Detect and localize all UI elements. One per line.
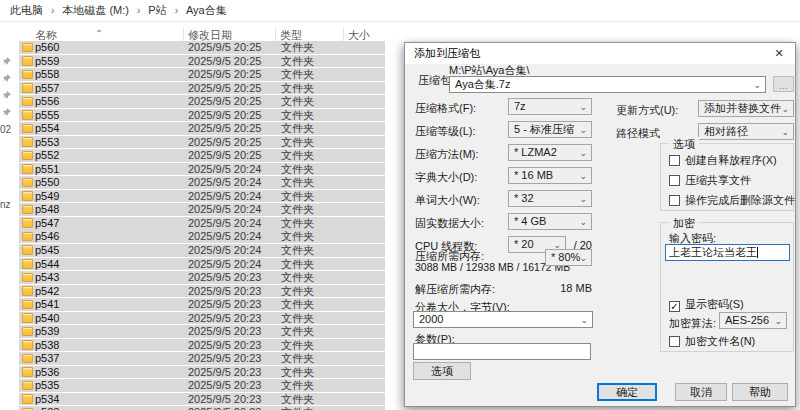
file-name: p548	[35, 203, 59, 215]
table-row[interactable]: p543 2025/9/5 20:23 文件夹	[19, 271, 385, 284]
field-value: * 4 GB	[514, 215, 546, 227]
table-row[interactable]: p545 2025/9/5 20:24 文件夹	[19, 244, 385, 257]
field-dropdown[interactable]: * 32⌄	[508, 190, 592, 207]
file-date: 2025/9/5 20:23	[188, 298, 261, 310]
file-date: 2025/9/5 20:23	[188, 379, 261, 391]
table-row[interactable]: p535 2025/9/5 20:23 文件夹	[19, 379, 385, 392]
table-row[interactable]: p559 2025/9/5 20:25 文件夹	[19, 55, 385, 68]
path-mode-dropdown[interactable]: 相对路径 ⌄	[698, 123, 794, 140]
help-button[interactable]: 帮助	[732, 383, 788, 401]
table-row[interactable]: p557 2025/9/5 20:25 文件夹	[19, 82, 385, 95]
encryption-method-dropdown[interactable]: AES-256 ⌄	[719, 312, 787, 329]
breadcrumb-item[interactable]: P站	[146, 3, 168, 18]
table-row[interactable]: p546 2025/9/5 20:24 文件夹	[19, 230, 385, 243]
table-row[interactable]: p548 2025/9/5 20:24 文件夹	[19, 203, 385, 216]
table-row[interactable]: p560 2025/9/5 20:25 文件夹	[19, 41, 385, 54]
table-row[interactable]: p555 2025/9/5 20:25 文件夹	[19, 109, 385, 122]
chevron-down-icon: ⌄	[781, 125, 789, 140]
file-type: 文件夹	[281, 82, 314, 94]
file-name: p557	[35, 82, 59, 94]
table-row[interactable]: p547 2025/9/5 20:24 文件夹	[19, 217, 385, 230]
table-row[interactable]: p540 2025/9/5 20:23 文件夹	[19, 312, 385, 325]
file-name: p546	[35, 230, 59, 242]
table-row[interactable]: p544 2025/9/5 20:24 文件夹	[19, 258, 385, 271]
folder-icon	[22, 137, 33, 147]
folder-icon	[22, 83, 33, 93]
file-name: p537	[35, 352, 59, 364]
table-row[interactable]: p539 2025/9/5 20:23 文件夹	[19, 325, 385, 338]
folder-icon	[22, 178, 33, 188]
file-type: 文件夹	[281, 352, 314, 364]
table-row[interactable]: p554 2025/9/5 20:25 文件夹	[19, 122, 385, 135]
encryption-method-label: 加密算法:	[669, 316, 716, 331]
archive-name-combo[interactable]: Aya合集.7z ⌄	[449, 76, 766, 93]
cancel-button[interactable]: 取消	[675, 383, 727, 401]
volume-size-value: 2000	[419, 313, 443, 325]
encrypt-filenames-checkbox[interactable]: 加密文件名(N)	[669, 334, 755, 348]
nav-item-fragment[interactable]: nz	[0, 199, 11, 210]
options-button[interactable]: 选项	[413, 362, 471, 380]
field-value: * 16 MB	[514, 169, 553, 181]
table-row[interactable]: p558 2025/9/5 20:25 文件夹	[19, 68, 385, 81]
field-dropdown[interactable]: 7z⌄	[508, 98, 592, 115]
folder-icon	[22, 367, 33, 377]
chevron-down-icon: ⌄	[579, 100, 587, 115]
pin-icon	[1, 107, 12, 118]
file-name: p554	[35, 122, 59, 134]
field-dropdown[interactable]: 5 - 标准压缩⌄	[508, 121, 592, 138]
file-date: 2025/9/5 20:23	[188, 271, 261, 283]
password-input[interactable]: 上老王论坛当老王	[665, 244, 790, 261]
chevron-down-icon: ⌄	[579, 146, 587, 161]
file-name: p534	[35, 393, 59, 405]
chevron-down-icon: ⌄	[579, 192, 587, 207]
delete-after-checkbox[interactable]: 操作完成后删除源文件	[669, 193, 795, 207]
table-row[interactable]: p542 2025/9/5 20:23 文件夹	[19, 285, 385, 298]
browse-button[interactable]: ...	[773, 76, 794, 92]
file-name: p545	[35, 244, 59, 256]
ok-button[interactable]: 确定	[597, 383, 657, 401]
field-dropdown[interactable]: * 4 GB⌄	[508, 213, 592, 230]
file-name: p555	[35, 109, 59, 121]
archive-name-value: Aya合集.7z	[455, 78, 510, 90]
volume-size-combo[interactable]: 2000 ⌄	[413, 311, 593, 328]
parameters-input[interactable]	[413, 343, 591, 360]
file-type: 文件夹	[281, 136, 314, 148]
chevron-down-icon[interactable]: ⌄	[753, 78, 761, 93]
breadcrumb-item[interactable]: 本地磁盘 (M:)	[60, 3, 131, 18]
table-row[interactable]: p551 2025/9/5 20:24 文件夹	[19, 163, 385, 176]
chevron-down-icon: ⌄	[774, 314, 782, 329]
create-sfx-checkbox[interactable]: 创建自释放程序(X)	[669, 153, 777, 167]
field-dropdown[interactable]: * 16 MB⌄	[508, 167, 592, 184]
file-name: p556	[35, 95, 59, 107]
table-row[interactable]: p541 2025/9/5 20:23 文件夹	[19, 298, 385, 311]
field-label: 压缩等级(L):	[415, 124, 476, 139]
path-mode-value: 相对路径	[704, 125, 748, 137]
update-mode-dropdown[interactable]: 添加并替换文件 ⌄	[698, 100, 794, 117]
table-row[interactable]: p537 2025/9/5 20:23 文件夹	[19, 352, 385, 365]
table-row[interactable]: p556 2025/9/5 20:25 文件夹	[19, 95, 385, 108]
memory-percent-dropdown[interactable]: * 80% ⌄	[545, 249, 592, 266]
breadcrumb-item[interactable]: Aya合集	[184, 3, 229, 18]
table-row[interactable]: p534 2025/9/5 20:23 文件夹	[19, 393, 385, 406]
folder-icon	[22, 245, 33, 255]
field-dropdown[interactable]: * LZMA2⌄	[508, 144, 592, 161]
checkbox-icon	[669, 336, 680, 347]
table-row[interactable]: p533 2025/9/5 20:23 文件夹	[19, 406, 385, 410]
folder-icon	[22, 313, 33, 323]
compress-shared-checkbox[interactable]: 压缩共享文件	[669, 173, 751, 187]
table-row[interactable]: p536 2025/9/5 20:23 文件夹	[19, 366, 385, 379]
memory-percent-value: * 80%	[551, 251, 580, 263]
table-row[interactable]: p549 2025/9/5 20:24 文件夹	[19, 190, 385, 203]
show-password-checkbox[interactable]: ✓显示密码(S)	[669, 297, 744, 311]
breadcrumb-separator: ›	[131, 5, 146, 16]
table-row[interactable]: p552 2025/9/5 20:25 文件夹	[19, 149, 385, 162]
file-name: p551	[35, 163, 59, 175]
table-row[interactable]: p553 2025/9/5 20:25 文件夹	[19, 136, 385, 149]
table-row[interactable]: p538 2025/9/5 20:23 文件夹	[19, 339, 385, 352]
nav-item-fragment[interactable]: 02	[0, 124, 11, 135]
checkbox-label: 加密文件名(N)	[685, 335, 755, 347]
file-date: 2025/9/5 20:25	[188, 41, 261, 53]
close-icon[interactable]: ✕	[763, 43, 795, 64]
table-row[interactable]: p550 2025/9/5 20:24 文件夹	[19, 176, 385, 189]
breadcrumb-item[interactable]: 此电脑	[8, 3, 45, 18]
